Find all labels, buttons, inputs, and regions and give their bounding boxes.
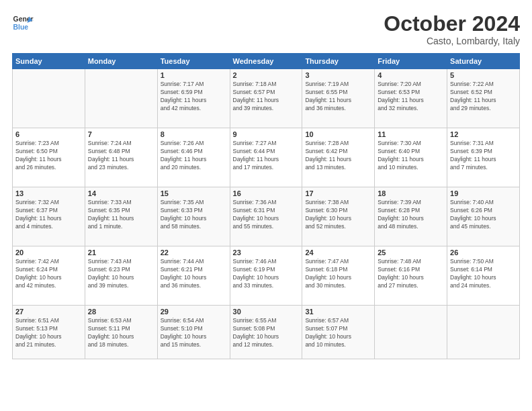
day-number: 10 [305, 130, 371, 138]
location-subtitle: Casto, Lombardy, Italy [384, 36, 520, 46]
day-number: 8 [161, 130, 227, 138]
table-row: 19Sunrise: 7:40 AM Sunset: 6:26 PM Dayli… [447, 187, 520, 246]
day-detail: Sunrise: 7:42 AM Sunset: 6:24 PM Dayligh… [15, 258, 82, 290]
header-row: Sunday Monday Tuesday Wednesday Thursday… [13, 54, 520, 69]
table-row: 16Sunrise: 7:36 AM Sunset: 6:31 PM Dayli… [230, 187, 302, 246]
day-detail: Sunrise: 6:53 AM Sunset: 5:11 PM Dayligh… [88, 317, 154, 349]
general-blue-logo-icon: General Blue [12, 12, 34, 34]
table-row: 21Sunrise: 7:43 AM Sunset: 6:23 PM Dayli… [85, 246, 157, 306]
day-number: 21 [88, 248, 154, 257]
table-row: 5Sunrise: 7:22 AM Sunset: 6:52 PM Daylig… [447, 69, 520, 128]
table-row [85, 69, 157, 128]
table-row: 18Sunrise: 7:39 AM Sunset: 6:28 PM Dayli… [375, 187, 447, 246]
calendar-body: 1Sunrise: 7:17 AM Sunset: 6:59 PM Daylig… [13, 69, 520, 359]
table-row: 14Sunrise: 7:33 AM Sunset: 6:35 PM Dayli… [85, 187, 157, 246]
col-friday: Friday [375, 54, 447, 69]
table-row: 24Sunrise: 7:47 AM Sunset: 6:18 PM Dayli… [302, 246, 375, 306]
table-row: 31Sunrise: 6:57 AM Sunset: 5:07 PM Dayli… [302, 306, 375, 359]
day-number: 12 [450, 130, 517, 138]
day-number: 29 [161, 308, 227, 316]
day-number: 31 [305, 308, 371, 316]
day-detail: Sunrise: 7:32 AM Sunset: 6:37 PM Dayligh… [15, 199, 82, 231]
table-row: 13Sunrise: 7:32 AM Sunset: 6:37 PM Dayli… [13, 187, 85, 246]
table-row [447, 306, 520, 359]
table-row: 8Sunrise: 7:26 AM Sunset: 6:46 PM Daylig… [157, 128, 230, 187]
day-number: 14 [88, 189, 154, 197]
title-block: October 2024 Casto, Lombardy, Italy [384, 12, 520, 46]
day-detail: Sunrise: 7:19 AM Sunset: 6:55 PM Dayligh… [305, 81, 371, 113]
day-number: 15 [161, 189, 227, 197]
day-detail: Sunrise: 7:23 AM Sunset: 6:50 PM Dayligh… [15, 140, 82, 172]
day-detail: Sunrise: 7:39 AM Sunset: 6:28 PM Dayligh… [378, 199, 444, 231]
day-number: 27 [15, 308, 82, 316]
day-detail: Sunrise: 7:43 AM Sunset: 6:23 PM Dayligh… [88, 258, 154, 290]
day-detail: Sunrise: 7:17 AM Sunset: 6:59 PM Dayligh… [161, 81, 227, 113]
month-title: October 2024 [384, 12, 520, 36]
day-number: 13 [15, 189, 82, 197]
day-detail: Sunrise: 7:20 AM Sunset: 6:53 PM Dayligh… [378, 81, 444, 113]
day-number: 20 [15, 248, 82, 257]
col-thursday: Thursday [302, 54, 375, 69]
day-number: 2 [233, 71, 300, 79]
calendar-table: Sunday Monday Tuesday Wednesday Thursday… [12, 53, 520, 359]
day-detail: Sunrise: 7:46 AM Sunset: 6:19 PM Dayligh… [233, 258, 300, 290]
day-detail: Sunrise: 7:38 AM Sunset: 6:30 PM Dayligh… [305, 199, 371, 231]
day-number: 22 [161, 248, 227, 257]
col-saturday: Saturday [447, 54, 520, 69]
day-detail: Sunrise: 7:31 AM Sunset: 6:39 PM Dayligh… [450, 140, 517, 172]
day-number: 24 [305, 248, 371, 257]
page: General Blue October 2024 Casto, Lombard… [0, 0, 532, 411]
day-number: 23 [233, 248, 300, 257]
day-number: 17 [305, 189, 371, 197]
day-detail: Sunrise: 7:30 AM Sunset: 6:40 PM Dayligh… [378, 140, 444, 172]
table-row: 29Sunrise: 6:54 AM Sunset: 5:10 PM Dayli… [157, 306, 230, 359]
svg-text:Blue: Blue [13, 24, 29, 31]
table-row: 28Sunrise: 6:53 AM Sunset: 5:11 PM Dayli… [85, 306, 157, 359]
table-row: 22Sunrise: 7:44 AM Sunset: 6:21 PM Dayli… [157, 246, 230, 306]
day-detail: Sunrise: 7:26 AM Sunset: 6:46 PM Dayligh… [161, 140, 227, 172]
table-row: 2Sunrise: 7:18 AM Sunset: 6:57 PM Daylig… [230, 69, 302, 128]
day-number: 7 [88, 130, 154, 138]
table-row: 23Sunrise: 7:46 AM Sunset: 6:19 PM Dayli… [230, 246, 302, 306]
day-number: 28 [88, 308, 154, 316]
col-tuesday: Tuesday [157, 54, 230, 69]
day-detail: Sunrise: 7:18 AM Sunset: 6:57 PM Dayligh… [233, 81, 300, 113]
day-number: 26 [450, 248, 517, 257]
table-row [13, 69, 85, 128]
day-detail: Sunrise: 7:27 AM Sunset: 6:44 PM Dayligh… [233, 140, 300, 172]
day-detail: Sunrise: 6:51 AM Sunset: 5:13 PM Dayligh… [15, 317, 82, 349]
day-number: 30 [233, 308, 300, 316]
logo: General Blue [12, 12, 34, 34]
day-number: 18 [378, 189, 444, 197]
calendar-header: Sunday Monday Tuesday Wednesday Thursday… [13, 54, 520, 69]
day-detail: Sunrise: 6:54 AM Sunset: 5:10 PM Dayligh… [161, 317, 227, 349]
table-row: 20Sunrise: 7:42 AM Sunset: 6:24 PM Dayli… [13, 246, 85, 306]
table-row: 10Sunrise: 7:28 AM Sunset: 6:42 PM Dayli… [302, 128, 375, 187]
day-number: 11 [378, 130, 444, 138]
day-detail: Sunrise: 7:40 AM Sunset: 6:26 PM Dayligh… [450, 199, 517, 231]
table-row [375, 306, 447, 359]
day-detail: Sunrise: 7:28 AM Sunset: 6:42 PM Dayligh… [305, 140, 371, 172]
day-number: 19 [450, 189, 517, 197]
day-detail: Sunrise: 6:55 AM Sunset: 5:08 PM Dayligh… [233, 317, 300, 349]
table-row: 11Sunrise: 7:30 AM Sunset: 6:40 PM Dayli… [375, 128, 447, 187]
day-detail: Sunrise: 7:36 AM Sunset: 6:31 PM Dayligh… [233, 199, 300, 231]
day-number: 5 [450, 71, 517, 79]
table-row: 7Sunrise: 7:24 AM Sunset: 6:48 PM Daylig… [85, 128, 157, 187]
day-number: 25 [378, 248, 444, 257]
day-detail: Sunrise: 7:22 AM Sunset: 6:52 PM Dayligh… [450, 81, 517, 113]
day-detail: Sunrise: 7:35 AM Sunset: 6:33 PM Dayligh… [161, 199, 227, 231]
table-row: 1Sunrise: 7:17 AM Sunset: 6:59 PM Daylig… [157, 69, 230, 128]
day-number: 4 [378, 71, 444, 79]
table-row: 15Sunrise: 7:35 AM Sunset: 6:33 PM Dayli… [157, 187, 230, 246]
day-detail: Sunrise: 7:50 AM Sunset: 6:14 PM Dayligh… [450, 258, 517, 290]
table-row: 12Sunrise: 7:31 AM Sunset: 6:39 PM Dayli… [447, 128, 520, 187]
table-row: 25Sunrise: 7:48 AM Sunset: 6:16 PM Dayli… [375, 246, 447, 306]
table-row: 9Sunrise: 7:27 AM Sunset: 6:44 PM Daylig… [230, 128, 302, 187]
day-number: 6 [15, 130, 82, 138]
day-detail: Sunrise: 7:44 AM Sunset: 6:21 PM Dayligh… [161, 258, 227, 290]
table-row: 17Sunrise: 7:38 AM Sunset: 6:30 PM Dayli… [302, 187, 375, 246]
day-detail: Sunrise: 7:47 AM Sunset: 6:18 PM Dayligh… [305, 258, 371, 290]
day-number: 9 [233, 130, 300, 138]
table-row: 30Sunrise: 6:55 AM Sunset: 5:08 PM Dayli… [230, 306, 302, 359]
